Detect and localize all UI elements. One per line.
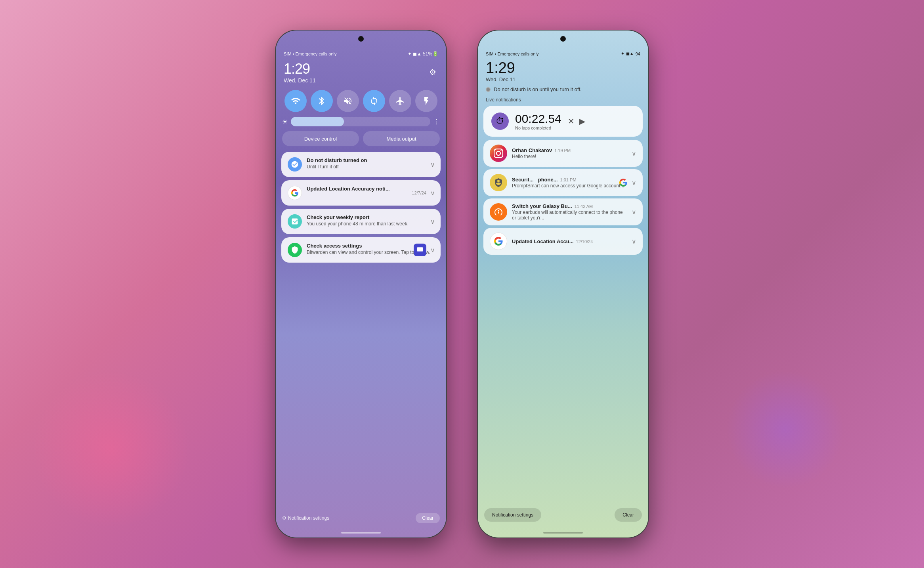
weekly-report-chevron-icon: ∨ [430,218,435,225]
brightness-slider[interactable] [291,117,430,126]
time-display-1: 1:29 [284,61,316,77]
instagram-row1: Orhan Chakarov 1:19 PM [512,147,625,153]
timer-controls: ✕ ▶ [568,116,585,126]
more-options-icon[interactable]: ⋮ [433,118,440,126]
svg-rect-0 [417,247,423,252]
google-location-date-2: 12/10/24 [576,239,593,244]
dnd-title: Do not disturb turned on [307,157,434,163]
google-icon [288,186,302,200]
dnd-content: Do not disturb turned on Until I turn it… [307,157,434,170]
timer-close-button[interactable]: ✕ [568,116,575,126]
date-display-2: Wed, Dec 11 [486,76,640,82]
home-indicator-1 [276,528,446,538]
instagram-chevron-icon: ∨ [632,150,636,157]
dnd-chevron-icon: ∨ [430,161,435,168]
mute-tile[interactable] [337,90,359,112]
bluetooth-tile[interactable] [311,90,333,112]
instagram-time: 1:19 PM [554,148,571,153]
weekly-report-content: Check your weekly report You used your p… [307,214,434,227]
airplane-tile[interactable] [389,90,411,112]
sync-tile[interactable] [363,90,385,112]
bitwarden-extra-icon [414,244,426,256]
timer-time-display: 00:22.54 [515,112,561,126]
camera-notch-1 [358,36,364,42]
dnd-notification[interactable]: Do not disturb turned on Until I turn it… [281,152,441,177]
quick-settings-tiles [276,87,446,115]
security-row1: Securit... phone... 1:01 PM [512,177,625,183]
security-chevron-icon: ∨ [632,179,636,187]
notification-settings-button-2[interactable]: Notification settings [484,508,541,522]
live-notifications-label: Live notifications [478,95,648,104]
wifi-tile[interactable] [284,90,307,112]
galaxy-buds-notification[interactable]: Switch your Galaxy Bu... 11:42 AM Your e… [483,198,643,225]
instagram-body: Hello there! [512,154,625,159]
security-notification[interactable]: Securit... phone... 1:01 PM PromptSmart … [483,169,643,196]
galaxy-buds-content: Switch your Galaxy Bu... 11:42 AM Your e… [512,203,625,221]
notifications-bottom-bar-2: Notification settings Clear [478,505,648,528]
google-icon-2 [490,233,507,250]
timer-content: 00:22.54 No laps completed [515,112,561,130]
carrier-text-1: SIM • Emergency calls only [284,51,336,56]
camera-notch-2 [560,36,566,42]
timer-subtitle: No laps completed [515,126,561,130]
media-output-button[interactable]: Media output [363,131,440,146]
dnd-icon [288,157,302,172]
battery-icon-2: 94 [636,51,640,56]
signal-icon: ◼▲ [413,51,422,57]
home-bar-1 [341,532,381,534]
google-location-chevron-icon-2: ∨ [632,238,636,245]
weekly-report-icon [288,214,302,229]
weekly-report-title: Check your weekly report [307,214,434,220]
weekly-report-body: You used your phone 48 m more than last … [307,221,434,227]
gear-small-icon: ⚙ [282,515,286,521]
google-badge [619,178,628,187]
bt-icon-2: ✦ [621,51,624,56]
galaxy-buds-body: Your earbuds will automatically connect … [512,210,625,221]
clear-button-2[interactable]: Clear [615,508,642,522]
dnd-body: Until I turn it off [307,164,434,170]
dnd-banner-2: Do not disturb is on until you turn it o… [478,84,648,95]
status-bar-2: SIM • Emergency calls only ✦ ◼▲ 94 [478,30,648,59]
galaxy-buds-title: Switch your Galaxy Bu... [512,203,572,209]
security-body: PromptSmart can now access your Google a… [512,183,625,189]
bitwarden-icon [288,243,302,257]
timer-play-button[interactable]: ▶ [579,116,585,126]
access-settings-chevron-icon: ∨ [430,246,435,254]
google-location-notification[interactable]: Updated Location Accuracy noti... 12/7/2… [281,180,441,206]
instagram-sender: Orhan Chakarov [512,147,552,153]
security-title: Securit... phone... [512,177,558,183]
device-control-button[interactable]: Device control [282,131,359,146]
weekly-report-notification[interactable]: Check your weekly report You used your p… [281,209,441,234]
galaxy-buds-chevron-icon: ∨ [632,208,636,216]
bluetooth-status-icon: ✦ [408,51,412,57]
timer-icon: ⏱ [491,112,509,130]
security-content: Securit... phone... 1:01 PM PromptSmart … [512,177,625,189]
google-location-row1-2: Updated Location Accu... 12/10/24 [512,238,625,244]
galaxy-buds-icon [490,203,507,221]
time-area-2: 1:29 Wed, Dec 11 [478,59,648,84]
flashlight-tile[interactable] [415,90,437,112]
home-bar-2 [543,532,583,534]
google-location-date: 12/7/24 [412,191,426,195]
google-location-content-2: Updated Location Accu... 12/10/24 [512,238,625,244]
instagram-icon [490,145,507,162]
access-settings-notification[interactable]: Check access settings Bitwarden can view… [281,237,441,263]
home-indicator-2 [478,528,648,538]
dnd-dot-icon [486,87,491,92]
signal-icon-2: ◼▲ [626,51,634,56]
instagram-content: Orhan Chakarov 1:19 PM Hello there! [512,147,625,159]
notifications-panel-2: Orhan Chakarov 1:19 PM Hello there! ∨ Se… [478,138,648,505]
clear-button-1[interactable]: Clear [416,513,440,523]
notification-settings-link-1[interactable]: ⚙ Notification settings [282,515,329,521]
google-location-notification-2[interactable]: Updated Location Accu... 12/10/24 ∨ [483,228,643,255]
time-area-1: 1:29 Wed, Dec 11 ⚙ [276,59,446,87]
battery-icon: 51%🔋 [423,51,438,57]
date-display-1: Wed, Dec 11 [284,77,316,84]
dnd-text-2: Do not disturb is on until you turn it o… [494,86,582,92]
timer-card[interactable]: ⏱ 00:22.54 No laps completed ✕ ▶ [483,106,643,137]
brightness-icon: ☀ [282,118,288,126]
notifications-panel-1: Do not disturb turned on Until I turn it… [276,149,446,511]
galaxy-buds-row1: Switch your Galaxy Bu... 11:42 AM [512,203,625,209]
instagram-notification[interactable]: Orhan Chakarov 1:19 PM Hello there! ∨ [483,140,643,167]
settings-icon-1[interactable]: ⚙ [427,67,438,78]
